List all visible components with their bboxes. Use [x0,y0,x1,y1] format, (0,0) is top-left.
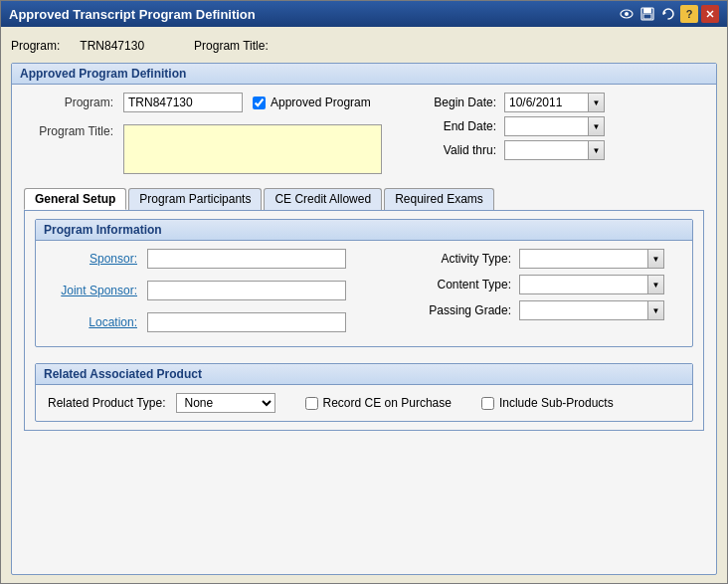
include-sub-checkbox[interactable] [481,397,494,410]
related-product-body: Related Product Type: None Record CE on … [36,385,692,421]
sponsor-row: Sponsor: [48,249,422,269]
tab-content-area: Program Information Sponsor: [24,210,704,431]
approved-program-checkbox[interactable] [253,97,266,109]
begin-date-row: Begin Date: ▼ [432,93,605,112]
approved-program-label: Approved Program [271,96,371,109]
passing-grade-select-wrap: ▼ [519,300,664,320]
content-type-select-wrap: ▼ [519,275,664,294]
approved-checkbox-row: Approved Program [253,96,371,109]
tabs-row: General Setup Program Participants CE Cr… [24,188,704,210]
passing-grade-row: Passing Grade: ▼ [422,300,680,320]
program-title-label: Program Title: [24,124,113,138]
end-date-label: End Date: [432,119,496,133]
sponsor-input[interactable] [147,249,346,269]
include-sub-group: Include Sub-Products [481,396,614,410]
info-rows: Sponsor: Joint Sponsor: [48,249,680,338]
valid-thru-wrap: ▼ [504,140,605,160]
passing-grade-label: Passing Grade: [422,303,511,317]
content-area: Program: TRN847130 Program Title: Approv… [1,27,727,583]
content-type-label: Content Type: [422,278,511,292]
joint-sponsor-link[interactable]: Joint Sponsor: [48,284,137,297]
program-info-body: Sponsor: Joint Sponsor: [36,241,692,346]
location-link[interactable]: Location: [48,315,137,329]
approved-program-section: Approved Program Definition Program: App… [11,63,717,575]
info-right: Activity Type: ▼ Content Type: [422,249,680,338]
activity-type-row: Activity Type: ▼ [422,249,680,269]
end-date-wrap: ▼ [504,116,605,136]
svg-marker-5 [663,11,666,15]
close-icon[interactable] [701,5,719,23]
program-info-panel: Program Information Sponsor: [35,219,693,347]
end-date-dropdown-btn[interactable]: ▼ [589,116,605,136]
svg-point-1 [625,12,629,16]
related-type-label: Related Product Type: [48,396,166,410]
tab-required-exams[interactable]: Required Exams [384,188,494,210]
save-icon[interactable] [638,5,656,23]
end-date-input[interactable] [504,116,589,136]
tab-ce-credit-allowed[interactable]: CE Credit Allowed [264,188,382,210]
joint-sponsor-row: Joint Sponsor: [48,281,422,300]
title-icons: ? [618,5,719,23]
header-program-label: Program: [11,39,60,53]
joint-sponsor-input[interactable] [147,281,346,300]
content-type-dropdown-btn[interactable]: ▼ [648,275,664,294]
record-ce-label: Record CE on Purchase [323,396,452,410]
dates-section: Begin Date: ▼ End Date: ▼ [402,93,605,160]
activity-type-label: Activity Type: [422,252,511,266]
program-field-label: Program: [24,96,113,109]
include-sub-label: Include Sub-Products [499,396,614,410]
activity-type-select-wrap: ▼ [519,249,664,269]
program-title-input[interactable] [123,124,382,174]
program-field-row: Program: Approved Program [24,93,382,112]
begin-date-wrap: ▼ [504,93,605,112]
passing-grade-dropdown-btn[interactable]: ▼ [648,300,664,320]
valid-thru-row: Valid thru: ▼ [432,140,605,160]
program-info-title: Program Information [36,220,692,241]
related-product-title: Related Associated Product [36,364,692,385]
end-date-row: End Date: ▼ [432,116,605,136]
info-left: Sponsor: Joint Sponsor: [48,249,422,338]
related-product-panel: Related Associated Product Related Produ… [35,363,693,422]
header-program-value: TRN847130 [80,39,144,53]
main-window: Approved Transcript Program Definition [0,0,728,584]
begin-date-input[interactable] [504,93,589,112]
window-title: Approved Transcript Program Definition [9,7,256,22]
tab-general-setup[interactable]: General Setup [24,188,126,210]
approved-section-title: Approved Program Definition [12,64,716,85]
svg-rect-4 [643,14,651,19]
help-icon[interactable]: ? [680,5,698,23]
refresh-icon[interactable] [659,5,677,23]
related-type-select[interactable]: None [176,393,275,413]
content-type-row: Content Type: ▼ [422,275,680,294]
tab-program-participants[interactable]: Program Participants [128,188,262,210]
none-select-wrap: None [176,393,275,413]
svg-rect-3 [643,8,651,13]
begin-date-label: Begin Date: [432,96,496,109]
sponsor-link[interactable]: Sponsor: [48,252,137,266]
valid-thru-label: Valid thru: [432,143,496,157]
begin-date-dropdown-btn[interactable]: ▼ [589,93,605,112]
valid-thru-dropdown-btn[interactable]: ▼ [589,140,605,160]
approved-section-body: Program: Approved Program Program Title: [12,85,716,439]
content-type-input[interactable] [519,275,648,294]
location-input[interactable] [147,312,346,332]
record-ce-checkbox[interactable] [305,397,318,410]
activity-type-input[interactable] [519,249,648,269]
passing-grade-input[interactable] [519,300,648,320]
record-ce-group: Record CE on Purchase [305,396,452,410]
title-bar: Approved Transcript Program Definition [1,1,727,27]
header-row: Program: TRN847130 Program Title: [11,35,717,57]
program-field-input[interactable] [123,93,243,112]
location-row: Location: [48,312,422,332]
valid-thru-input[interactable] [504,140,589,160]
header-title-label: Program Title: [194,39,269,53]
eye-icon[interactable] [618,5,636,23]
program-title-row: Program Title: [24,124,382,174]
activity-type-dropdown-btn[interactable]: ▼ [648,249,664,269]
